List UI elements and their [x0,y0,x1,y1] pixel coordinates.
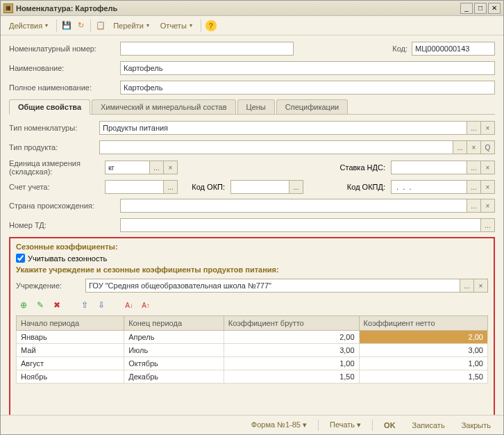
seasonal-header: Сезонные коэффициенты: [16,243,488,251]
save-icon[interactable]: 💾 [61,20,72,31]
okp-label: Код ОКП: [183,183,225,191]
okp-select-button[interactable]: ... [289,180,303,194]
col-brutto[interactable]: Коэффициент брутто [224,316,359,331]
minimize-button[interactable]: _ [460,3,473,14]
cell-start[interactable]: Ноябрь [17,370,124,384]
close-form-button[interactable]: Закрыть [456,419,496,432]
okpd-input[interactable] [391,180,467,194]
tab-prices[interactable]: Цены [237,99,275,114]
cell-start[interactable]: Май [17,344,124,357]
col-netto[interactable]: Коэффициент нетто [359,316,487,331]
maximize-button[interactable]: □ [474,3,487,14]
vat-input[interactable] [391,161,467,174]
okpd-clear-button[interactable]: × [481,180,495,194]
content-area: Номенклатурный номер: Код: Наименование:… [1,35,503,415]
table-row[interactable]: АвгустОктябрь1,001,00 [17,357,488,370]
name-input[interactable] [120,61,495,75]
seasonality-checkbox-label: Учитывать сезонность [28,254,107,263]
edit-row-icon[interactable]: ✎ [34,299,47,311]
ok-button[interactable]: OK [378,419,401,432]
type-clear-button[interactable]: × [481,121,495,135]
table-row[interactable]: НоябрьДекабрь1,501,50 [17,370,488,384]
help-icon[interactable]: ? [205,20,217,31]
table-row[interactable]: ЯнварьАпрель2,002,00 [17,331,488,344]
product-type-label: Тип продукта: [9,143,99,151]
sort-asc-icon[interactable]: A↓ [123,299,135,311]
cell-start[interactable]: Август [17,357,124,370]
cell-brutto[interactable]: 2,00 [224,331,359,344]
col-end[interactable]: Конец периода [124,316,224,331]
full-name-label: Полное наименование: [9,83,120,92]
cell-end[interactable]: Декабрь [124,370,224,384]
vat-label: Ставка НДС: [323,163,385,172]
copy-icon[interactable]: 📋 [95,20,106,31]
cell-brutto[interactable]: 3,00 [224,344,359,357]
cell-netto[interactable]: 2,00 [359,331,487,344]
form-selector[interactable]: Форма №1-85 ▾ [246,418,312,432]
code-input[interactable] [412,42,495,56]
cell-end[interactable]: Июль [124,344,224,357]
cell-end[interactable]: Апрель [124,331,224,344]
type-input[interactable] [99,121,467,135]
tab-specs[interactable]: Спецификации [276,99,348,114]
move-up-icon[interactable]: ⇧ [78,299,91,311]
product-type-select-button[interactable]: ... [453,140,467,154]
td-label: Номер ТД: [9,221,120,229]
cell-end[interactable]: Октябрь [124,357,224,370]
save-button[interactable]: Записать [407,419,451,432]
seasonal-table[interactable]: Начало периода Конец периода Коэффициент… [16,315,488,384]
cell-start[interactable]: Январь [17,331,124,344]
country-select-button[interactable]: ... [467,199,481,213]
account-input[interactable] [105,180,164,194]
window-icon: ▦ [3,3,13,13]
institution-clear-button[interactable]: × [474,279,488,293]
full-name-input[interactable] [120,81,495,95]
country-clear-button[interactable]: × [481,199,495,213]
tab-general[interactable]: Общие свойства [9,99,90,115]
print-button[interactable]: Печать ▾ [324,418,367,432]
titlebar: ▦ Номенклатура: Картофель _ □ ✕ [1,1,503,16]
move-down-icon[interactable]: ⇩ [95,299,108,311]
actions-menu[interactable]: Действия [5,20,52,31]
okpd-select-button[interactable]: ... [467,180,481,194]
product-type-input[interactable] [99,140,453,154]
seasonality-checkbox[interactable] [16,254,25,263]
institution-select-button[interactable]: ... [460,279,474,293]
institution-input[interactable] [85,279,460,293]
refresh-icon[interactable]: ↻ [75,20,86,31]
cell-netto[interactable]: 3,00 [359,344,487,357]
goto-menu[interactable]: Перейти [109,20,153,31]
toolbar: Действия 💾 ↻ 📋 Перейти Отчеты ? [1,16,503,35]
unit-clear-button[interactable]: × [164,161,178,174]
tab-chemical[interactable]: Химический и минеральный состав [92,99,235,114]
reports-menu[interactable]: Отчеты [156,20,196,31]
delete-row-icon[interactable]: ✖ [51,299,63,311]
add-row-icon[interactable]: ⊕ [17,299,30,311]
cell-brutto[interactable]: 1,50 [224,370,359,384]
okpd-label: Код ОКПД: [337,183,385,191]
td-select-button[interactable]: ... [481,218,495,232]
cell-brutto[interactable]: 1,00 [224,357,359,370]
seasonal-instruction: Укажите учреждение и сезонные коэффициен… [16,265,488,274]
close-button[interactable]: ✕ [488,3,501,14]
td-input[interactable] [120,218,481,232]
account-select-button[interactable]: ... [164,180,178,194]
type-label: Тип номенклатуры: [9,124,99,132]
cell-netto[interactable]: 1,00 [359,357,487,370]
unit-select-button[interactable]: ... [150,161,164,174]
footer: Форма №1-85 ▾ Печать ▾ OK Записать Закры… [1,415,503,434]
table-toolbar: ⊕ ✎ ✖ ⇧ ⇩ A↓ A↑ [16,297,488,313]
vat-clear-button[interactable]: × [481,161,495,174]
unit-input[interactable] [105,161,150,174]
okp-input[interactable] [230,180,289,194]
nomenclature-number-input[interactable] [120,42,294,56]
sort-desc-icon[interactable]: A↑ [140,299,152,311]
product-type-search-button[interactable]: Q [481,140,495,154]
type-select-button[interactable]: ... [467,121,481,135]
table-row[interactable]: МайИюль3,003,00 [17,344,488,357]
col-start[interactable]: Начало периода [17,316,124,331]
product-type-clear-button[interactable]: × [467,140,481,154]
country-input[interactable] [120,199,467,213]
cell-netto[interactable]: 1,50 [359,370,487,384]
vat-select-button[interactable]: ... [467,161,481,174]
